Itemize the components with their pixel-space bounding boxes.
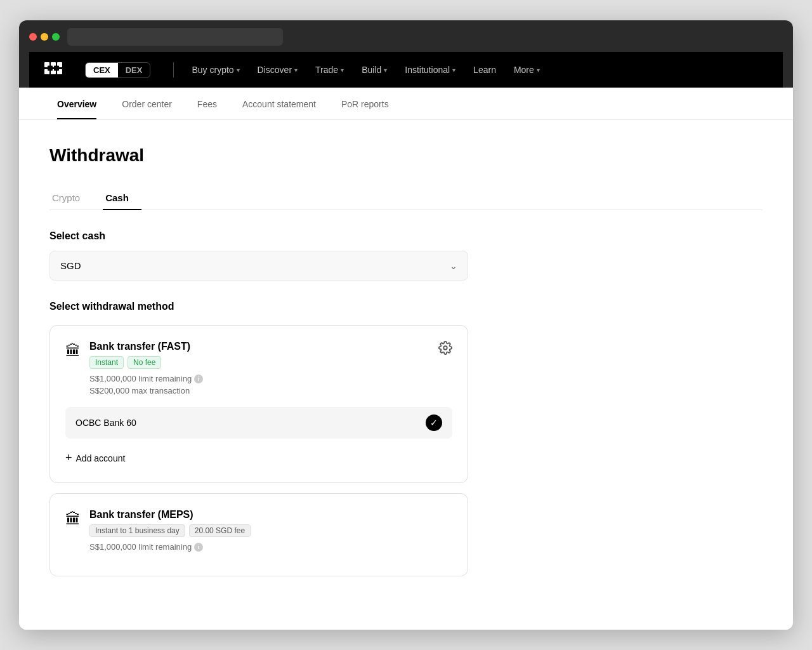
- tab-cash[interactable]: Cash: [103, 186, 141, 209]
- info-icon[interactable]: i: [194, 375, 203, 383]
- nav-more[interactable]: More ▾: [506, 60, 547, 80]
- currency-dropdown[interactable]: SGD ⌄: [49, 251, 468, 281]
- method-details-fast: Bank transfer (FAST) Instant No fee S$1,…: [89, 341, 203, 398]
- page-title: Withdrawal: [49, 145, 763, 166]
- select-method-label: Select withdrawal method: [49, 301, 763, 312]
- dex-button[interactable]: DEX: [118, 63, 150, 77]
- bank-icon-meps: 🏛: [65, 510, 81, 528]
- nav-links: Buy crypto ▾ Discover ▾ Trade ▾ Build ▾ …: [184, 60, 768, 80]
- badge-fee-meps: 20.00 SGD fee: [189, 524, 251, 537]
- plus-icon: +: [65, 451, 72, 465]
- tab-account-statement[interactable]: Account statement: [230, 88, 329, 119]
- close-dot[interactable]: [29, 33, 37, 41]
- method-info-fast: 🏛 Bank transfer (FAST) Instant No fee S$…: [65, 341, 203, 398]
- chevron-down-icon: ▾: [537, 67, 540, 74]
- method-name-meps: Bank transfer (MEPS): [89, 509, 251, 521]
- tab-order-center[interactable]: Order center: [109, 88, 185, 119]
- address-bar[interactable]: [67, 28, 283, 46]
- main-content: Withdrawal Crypto Cash Select cash SGD ⌄…: [19, 120, 793, 630]
- chevron-down-icon: ▾: [452, 67, 455, 74]
- method-header-fast: 🏛 Bank transfer (FAST) Instant No fee S$…: [65, 341, 452, 398]
- withdrawal-tabs: Crypto Cash: [49, 186, 763, 210]
- nav-build-label: Build: [362, 65, 381, 75]
- method-header-meps: 🏛 Bank transfer (MEPS) Instant to 1 busi…: [65, 509, 452, 554]
- badge-instant: Instant: [89, 356, 124, 369]
- chevron-down-icon: ▾: [384, 67, 387, 74]
- browser-top: [29, 28, 783, 46]
- chevron-down-icon: ▾: [294, 67, 298, 74]
- tab-por-reports[interactable]: PoR reports: [329, 88, 402, 119]
- browser-window: CEX DEX Buy crypto ▾ Discover ▾ Trade ▾: [19, 20, 793, 630]
- minimize-dot[interactable]: [41, 33, 48, 41]
- select-cash-label: Select cash: [49, 230, 763, 242]
- nav-discover[interactable]: Discover ▾: [250, 60, 305, 80]
- nav-trade-label: Trade: [315, 65, 338, 75]
- method-name-fast: Bank transfer (FAST): [89, 341, 203, 352]
- sub-nav: Overview Order center Fees Account state…: [19, 88, 793, 120]
- chevron-down-icon: ▾: [237, 67, 240, 74]
- method-details-meps: Bank transfer (MEPS) Instant to 1 busine…: [89, 509, 251, 554]
- gear-icon[interactable]: [438, 341, 452, 359]
- logo-text: [44, 62, 75, 78]
- svg-point-8: [443, 346, 447, 350]
- info-icon-meps[interactable]: i: [194, 543, 203, 552]
- svg-rect-6: [48, 65, 53, 70]
- badge-nofee: No fee: [128, 356, 161, 369]
- cex-button[interactable]: CEX: [86, 63, 118, 77]
- tab-crypto[interactable]: Crypto: [49, 186, 93, 209]
- browser-dots: [29, 33, 60, 41]
- chevron-down-icon: ⌄: [450, 261, 457, 271]
- method-info-meps: 🏛 Bank transfer (MEPS) Instant to 1 busi…: [65, 509, 251, 554]
- method-badges-fast: Instant No fee: [89, 356, 203, 369]
- account-name-ocbc: OCBC Bank 60: [75, 418, 136, 428]
- browser-chrome: CEX DEX Buy crypto ▾ Discover ▾ Trade ▾: [19, 20, 793, 88]
- nav-discover-label: Discover: [258, 65, 292, 75]
- mode-toggle: CEX DEX: [85, 62, 150, 78]
- badge-instant-biz: Instant to 1 business day: [89, 524, 185, 537]
- method-badges-meps: Instant to 1 business day 20.00 SGD fee: [89, 524, 251, 537]
- tab-overview[interactable]: Overview: [44, 88, 109, 119]
- add-account-label: Add account: [76, 453, 126, 463]
- logo[interactable]: [44, 62, 75, 78]
- svg-rect-7: [54, 65, 59, 70]
- nav-divider: [173, 62, 174, 77]
- account-row-ocbc[interactable]: OCBC Bank 60 ✓: [65, 407, 452, 439]
- limit-remaining-meps: S$1,000,000 limit remaining i: [89, 542, 251, 552]
- nav-bar: CEX DEX Buy crypto ▾ Discover ▾ Trade ▾: [29, 52, 783, 88]
- method-card-meps: 🏛 Bank transfer (MEPS) Instant to 1 busi…: [49, 493, 468, 576]
- fullscreen-dot[interactable]: [52, 33, 60, 41]
- nav-more-label: More: [514, 65, 534, 75]
- selected-currency: SGD: [60, 260, 81, 271]
- limit-remaining-fast: S$1,000,000 limit remaining i: [89, 374, 203, 383]
- max-transaction-fast: S$200,000 max transaction: [89, 386, 203, 395]
- bank-icon: 🏛: [65, 342, 81, 360]
- chevron-down-icon: ▾: [341, 67, 344, 74]
- method-card-fast: 🏛 Bank transfer (FAST) Instant No fee S$…: [49, 325, 468, 483]
- nav-buy-crypto[interactable]: Buy crypto ▾: [184, 60, 247, 80]
- nav-trade[interactable]: Trade ▾: [308, 60, 351, 80]
- nav-institutional-label: Institutional: [405, 65, 450, 75]
- nav-buy-crypto-label: Buy crypto: [192, 65, 233, 75]
- nav-institutional[interactable]: Institutional ▾: [397, 60, 463, 80]
- tab-fees[interactable]: Fees: [185, 88, 230, 119]
- nav-learn-label: Learn: [473, 65, 496, 75]
- selected-check-icon: ✓: [426, 415, 442, 431]
- nav-learn[interactable]: Learn: [466, 60, 504, 80]
- add-account-button[interactable]: + Add account: [65, 449, 452, 467]
- nav-build[interactable]: Build ▾: [354, 60, 395, 80]
